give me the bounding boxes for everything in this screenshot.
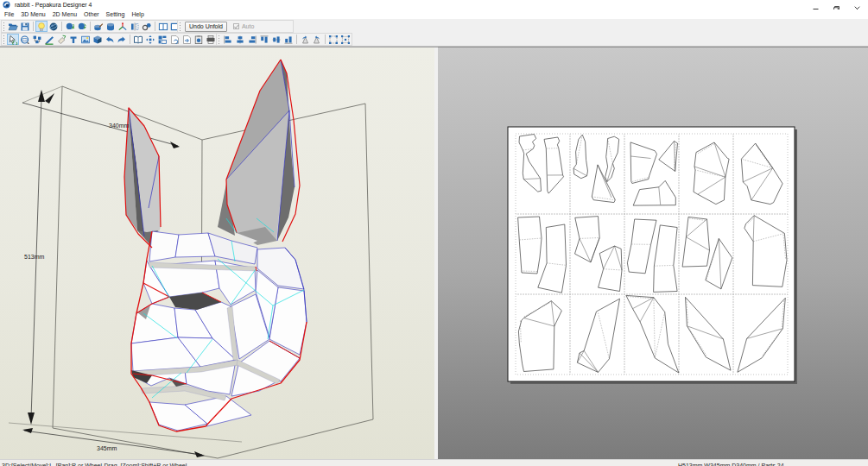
solid-icon [105, 22, 116, 32]
menu-other[interactable]: Other [80, 9, 103, 19]
page-corner-button[interactable] [168, 34, 181, 45]
minimize-button[interactable] [806, 0, 825, 9]
arrange-blocks-button[interactable] [156, 34, 168, 45]
pattern-2d-layer [508, 127, 797, 384]
model-3d-canvas: 513mm 340mm 345mm [0, 47, 434, 460]
align-center-h-button[interactable] [234, 34, 246, 45]
mirror-icon [130, 22, 140, 32]
select-connected-button[interactable] [31, 34, 43, 45]
close-button[interactable] [847, 0, 866, 9]
clipboard-button[interactable] [193, 34, 205, 45]
select-parts-button[interactable] [339, 34, 352, 45]
dim-depth-label: 340mm [109, 123, 130, 129]
toolbar-grip[interactable] [179, 22, 181, 31]
toolbar-separator [61, 22, 62, 31]
light-button[interactable] [35, 21, 48, 32]
rotate-piece-cw-button[interactable] [311, 34, 323, 45]
pane-2d-pattern[interactable] [438, 47, 868, 459]
auto-checkbox-label: Auto [242, 23, 254, 29]
align-middle-v-button[interactable] [270, 34, 282, 45]
align-left-button[interactable] [222, 34, 234, 45]
two-pane-layout-button[interactable] [157, 21, 169, 32]
edit-solid-icon [93, 22, 104, 32]
model-face[interactable] [131, 304, 178, 343]
align-left-icon [223, 35, 233, 45]
box-3d-button[interactable] [92, 34, 104, 45]
dimension-line [22, 103, 178, 146]
printer-button[interactable] [205, 34, 217, 45]
insert-image-button[interactable] [79, 34, 92, 45]
pane-3d-view[interactable]: 513mm 340mm 345mm [0, 47, 434, 459]
clipboard-icon [193, 35, 204, 45]
rotate-piece-ccw-button[interactable] [299, 34, 311, 45]
toolbar-separator [325, 35, 326, 44]
open-book-button[interactable] [132, 34, 144, 45]
menu-help[interactable]: Help [128, 9, 147, 19]
save-button[interactable] [19, 21, 31, 32]
bounding-box-line [365, 104, 373, 419]
maximize-button[interactable] [827, 0, 846, 9]
eraser-arrow-button[interactable] [55, 34, 67, 45]
menu-2d-menu[interactable]: 2D Menu [49, 9, 80, 19]
status-bar: 3D:[Select/Move]:L [Pan]:R or Wheel-Drag… [0, 459, 868, 466]
toolbar-grip[interactable] [3, 22, 5, 31]
rotate-model-right-button[interactable] [76, 21, 88, 32]
app-icon [3, 1, 10, 9]
texture-sphere-button[interactable] [48, 21, 60, 32]
pattern-piece-outline[interactable] [518, 217, 542, 274]
undo-button[interactable] [104, 34, 116, 45]
menu-file[interactable]: File [1, 9, 17, 19]
select-region-button[interactable] [327, 34, 339, 45]
toolbar-unfold: Undo Unfold Auto [177, 20, 294, 33]
two-pane-layout-icon [158, 22, 168, 32]
align-right-button[interactable] [246, 34, 258, 45]
move-arrows-button[interactable] [144, 34, 156, 45]
redo-button[interactable] [116, 34, 128, 45]
eraser-arrow-icon [56, 35, 67, 45]
undo-unfold-button[interactable]: Undo Unfold [185, 22, 227, 32]
align-top-button[interactable] [258, 34, 270, 45]
text-t-icon [68, 35, 79, 45]
rotate-model-left-button[interactable] [64, 21, 76, 32]
rotate-model-left-icon [65, 22, 75, 32]
bounding-box-line [53, 86, 62, 428]
solid-button[interactable] [105, 21, 117, 32]
align-bottom-button[interactable] [282, 34, 295, 45]
select-region-icon [328, 35, 339, 45]
toolbar-grip[interactable] [218, 35, 220, 44]
model-face[interactable] [149, 231, 179, 261]
align-middle-v-icon [271, 35, 282, 45]
move-arrows-icon [145, 35, 155, 45]
toolbar-row-1: Undo Unfold Auto [0, 20, 868, 33]
toolbar-row-2 [0, 33, 868, 46]
joint-icon [142, 22, 152, 32]
toolbar-grip[interactable] [3, 35, 5, 44]
undo-icon [105, 35, 115, 45]
main-area: 513mm 340mm 345mm [0, 47, 868, 459]
status-hint-text: 3D:[Select/Move]:L [Pan]:R or Wheel-Drag… [2, 463, 187, 466]
page-arrow-icon [181, 35, 192, 45]
select-connected-icon [32, 35, 42, 45]
mirror-button[interactable] [129, 21, 141, 32]
axes-button[interactable] [117, 21, 129, 32]
menu-3d-menu[interactable]: 3D Menu [17, 9, 48, 19]
rotate-view-button[interactable] [19, 34, 31, 45]
title-bar: rabbit - Pepakura Designer 4 [0, 0, 868, 9]
align-right-icon [247, 35, 257, 45]
dim-width-label: 345mm [97, 445, 117, 451]
open-folder-button[interactable] [7, 21, 19, 32]
joint-button[interactable] [141, 21, 153, 32]
page-arrow-button[interactable] [181, 34, 193, 45]
dimension-arrowhead-icon [45, 93, 54, 104]
toolbar-separator [90, 22, 91, 31]
toolbar-separator [155, 22, 155, 31]
auto-checkbox[interactable] [233, 23, 239, 29]
texture-sphere-icon [48, 22, 59, 32]
text-t-button[interactable] [67, 34, 79, 45]
redo-icon [117, 35, 127, 45]
edit-solid-button[interactable] [92, 21, 105, 32]
pen-slope-button[interactable] [43, 34, 55, 45]
app-window: rabbit - Pepakura Designer 4 File3D Menu… [0, 0, 868, 466]
menu-setting[interactable]: Setting [103, 9, 129, 19]
select-move-button[interactable] [7, 34, 19, 45]
